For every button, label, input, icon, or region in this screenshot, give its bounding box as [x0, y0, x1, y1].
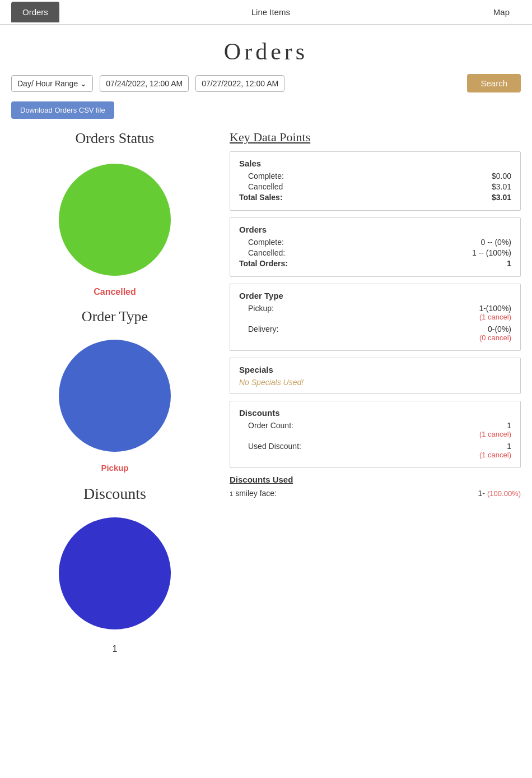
- orders-complete-label: Complete:: [248, 238, 284, 247]
- nav-bar: Orders Line Items Map: [0, 0, 532, 25]
- discounts-data-title: Discounts: [239, 408, 511, 418]
- discounts-pie: [53, 512, 176, 637]
- pickup-row-label: Pickup:: [248, 304, 274, 321]
- sales-cancelled-row: Cancelled $3.01: [239, 182, 511, 191]
- delivery-row-label: Delivery:: [248, 325, 278, 342]
- sales-complete-label: Complete:: [248, 172, 284, 180]
- orders-cancelled-value: 1 -- (100%): [472, 248, 511, 257]
- toolbar-row: Day/ Hour Range ⌄ 07/24/2022, 12:00 AM 0…: [0, 74, 532, 101]
- discount-item-0: 1 smiley face: 1- (100.00%): [230, 489, 521, 498]
- pickup-row: Pickup: 1-(100%) (1 cancel): [239, 304, 511, 321]
- svg-point-2: [59, 517, 171, 629]
- used-discount-label: Used Discount:: [248, 442, 301, 459]
- sales-cancelled-label: Cancelled: [248, 182, 283, 191]
- download-csv-button[interactable]: Download Orders CSV file: [11, 101, 114, 119]
- order-count-value: 1: [507, 421, 511, 430]
- order-count-label: Order Count:: [248, 421, 293, 438]
- search-button[interactable]: Search: [467, 74, 521, 92]
- left-column: Orders Status Cancelled Order Type Picku…: [6, 130, 224, 654]
- sales-complete-row: Complete: $0.00: [239, 172, 511, 180]
- orders-total-label: Total Orders:: [239, 259, 288, 268]
- delivery-row-value: 0-(0%): [488, 325, 511, 334]
- date-to-input[interactable]: 07/27/2022, 12:00 AM: [195, 75, 284, 92]
- right-column: Key Data Points Sales Complete: $0.00 Ca…: [224, 130, 526, 654]
- sales-complete-value: $0.00: [492, 172, 511, 180]
- order-type-section: Order Type Pickup: 1-(100%) (1 cancel) D…: [230, 284, 521, 351]
- used-discount-value: 1: [507, 442, 511, 451]
- date-range-select[interactable]: Day/ Hour Range ⌄: [11, 75, 93, 92]
- orders-status-pie: [53, 158, 176, 284]
- specials-section: Specials No Specials Used!: [230, 358, 521, 394]
- nav-tab-orders[interactable]: Orders: [11, 2, 59, 22]
- order-type-pie: [53, 334, 176, 460]
- used-discount-row: Used Discount: 1 (1 cancel): [239, 442, 511, 459]
- delivery-cancel: (0 cancel): [479, 334, 511, 342]
- pickup-cancel: (1 cancel): [479, 313, 511, 321]
- date-from-input[interactable]: 07/24/2022, 12:00 AM: [100, 75, 189, 92]
- orders-cancelled-row: Cancelled: 1 -- (100%): [239, 248, 511, 257]
- orders-total-value: 1: [507, 259, 511, 268]
- specials-title: Specials: [239, 365, 511, 374]
- pickup-row-value: 1-(100%): [479, 304, 511, 313]
- key-data-title: Key Data Points: [230, 130, 521, 145]
- cancelled-label: Cancelled: [94, 287, 136, 297]
- sales-section: Sales Complete: $0.00 Cancelled $3.01 To…: [230, 151, 521, 211]
- orders-status-title: Orders Status: [76, 130, 155, 147]
- orders-total-row: Total Orders: 1: [239, 259, 511, 268]
- page-title: Orders: [0, 38, 532, 65]
- nav-tab-line-items[interactable]: Line Items: [240, 2, 301, 22]
- order-count-cancel: (1 cancel): [479, 430, 511, 438]
- discounts-num: 1: [113, 644, 118, 654]
- order-type-title: Order Type: [82, 308, 148, 325]
- delivery-row: Delivery: 0-(0%) (0 cancel): [239, 325, 511, 342]
- sales-total-label: Total Sales:: [239, 193, 283, 202]
- orders-section: Orders Complete: 0 -- (0%) Cancelled: 1 …: [230, 217, 521, 277]
- discounts-title: Discounts: [83, 485, 146, 503]
- svg-point-0: [59, 164, 171, 276]
- main-content: Orders Status Cancelled Order Type Picku…: [0, 130, 532, 654]
- svg-point-1: [59, 340, 171, 452]
- order-count-row: Order Count: 1 (1 cancel): [239, 421, 511, 438]
- discount-pct-0: (100.00%): [487, 489, 521, 498]
- sales-total-row: Total Sales: $3.01: [239, 193, 511, 202]
- order-type-data-title: Order Type: [239, 291, 511, 300]
- orders-cancelled-label: Cancelled:: [248, 248, 285, 257]
- discounts-data-section: Discounts Order Count: 1 (1 cancel) Used…: [230, 401, 521, 468]
- sales-cancelled-value: $3.01: [492, 182, 511, 191]
- discount-value-0: 1-: [478, 489, 485, 498]
- discounts-used-title: Discounts Used: [230, 475, 521, 484]
- pickup-label: Pickup: [101, 463, 128, 473]
- discount-name-0: smiley face:: [235, 489, 277, 498]
- no-specials-text: No Specials Used!: [239, 378, 511, 387]
- discounts-used-section: Discounts Used 1 smiley face: 1- (100.00…: [230, 475, 521, 498]
- discount-superscript-0: 1: [230, 490, 233, 497]
- orders-complete-row: Complete: 0 -- (0%): [239, 238, 511, 247]
- nav-tab-map[interactable]: Map: [482, 2, 521, 22]
- orders-complete-value: 0 -- (0%): [481, 238, 511, 247]
- orders-data-title: Orders: [239, 225, 511, 234]
- sales-title: Sales: [239, 159, 511, 168]
- sales-total-value: $3.01: [492, 193, 511, 202]
- used-discount-cancel: (1 cancel): [479, 451, 511, 459]
